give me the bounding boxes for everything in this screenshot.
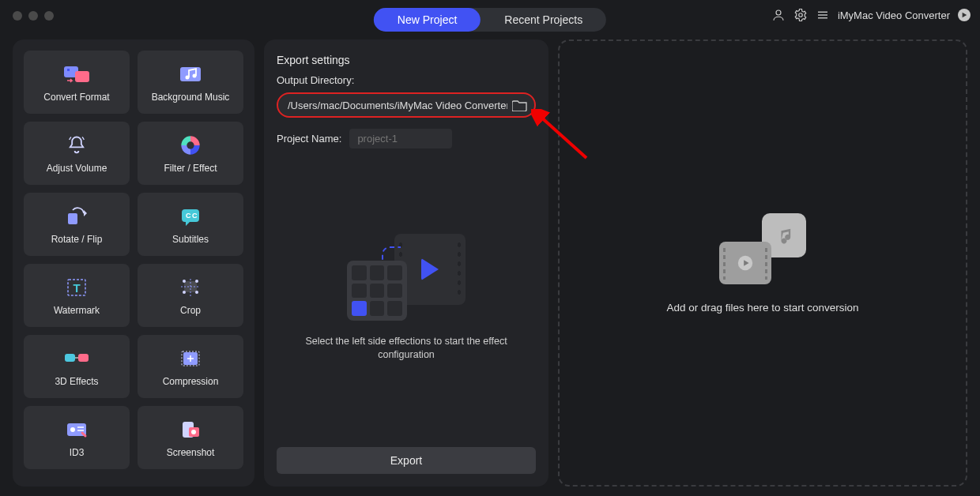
tile-label: Screenshot bbox=[167, 447, 215, 458]
compress-icon bbox=[179, 346, 202, 371]
tab-new-project[interactable]: New Project bbox=[374, 8, 481, 32]
svg-point-38 bbox=[191, 430, 196, 434]
bell-icon bbox=[66, 133, 88, 158]
music-note-icon bbox=[177, 62, 204, 87]
tile-watermark[interactable]: T Watermark bbox=[24, 264, 130, 327]
svg-point-13 bbox=[187, 141, 194, 148]
svg-point-0 bbox=[776, 10, 781, 15]
svg-point-22 bbox=[195, 280, 198, 283]
tile-3d-effects[interactable]: 3D Effects bbox=[24, 335, 130, 398]
project-name-label: Project Name: bbox=[277, 133, 341, 145]
brand-name: iMyMac Video Converter bbox=[838, 9, 950, 21]
screenshot-icon bbox=[179, 417, 202, 442]
subtitle-icon: CC bbox=[179, 204, 202, 229]
svg-point-1 bbox=[799, 13, 803, 17]
svg-rect-7 bbox=[67, 69, 70, 71]
svg-text:C: C bbox=[192, 212, 198, 220]
tile-adjust-volume[interactable]: Adjust Volume bbox=[24, 122, 130, 185]
tile-label: Background Music bbox=[152, 92, 230, 103]
svg-marker-5 bbox=[963, 13, 967, 17]
tile-label: 3D Effects bbox=[55, 376, 98, 387]
tile-rotate-flip[interactable]: Rotate / Flip bbox=[24, 193, 130, 256]
tile-convert-format[interactable]: Convert Format bbox=[24, 51, 130, 114]
tab-recent-projects[interactable]: Recent Projects bbox=[481, 8, 606, 32]
svg-rect-28 bbox=[78, 354, 89, 362]
tile-compression[interactable]: Compression bbox=[138, 335, 243, 398]
tile-filter-effect[interactable]: Filter / Effect bbox=[138, 122, 243, 185]
svg-rect-14 bbox=[68, 213, 77, 224]
tile-id3[interactable]: ID3 bbox=[24, 406, 130, 469]
output-directory-label: Output Directory: bbox=[277, 74, 536, 86]
tile-crop[interactable]: Crop bbox=[138, 264, 243, 327]
dropzone-message: Add or drag files here to start conversi… bbox=[666, 302, 858, 314]
id-tag-icon bbox=[65, 417, 89, 442]
svg-point-21 bbox=[183, 280, 186, 283]
aperture-icon bbox=[179, 133, 202, 158]
window-controls bbox=[13, 11, 54, 21]
effect-illustration-icon bbox=[347, 234, 466, 321]
close-window-icon[interactable] bbox=[13, 11, 22, 21]
tile-screenshot[interactable]: Screenshot bbox=[138, 406, 243, 469]
svg-point-23 bbox=[183, 291, 186, 294]
svg-marker-15 bbox=[84, 210, 87, 216]
main-content: Convert Format Background Music Adjust V… bbox=[13, 39, 967, 487]
output-directory-input[interactable] bbox=[288, 100, 507, 111]
rotate-icon bbox=[65, 204, 89, 229]
output-directory-field[interactable] bbox=[277, 92, 536, 118]
svg-text:T: T bbox=[73, 281, 80, 295]
effect-placeholder: Select the left side effections to start… bbox=[277, 148, 536, 447]
account-icon[interactable] bbox=[771, 8, 786, 22]
brand-play-icon bbox=[958, 9, 971, 21]
titlebar: New Project Recent Projects iMyMac Video… bbox=[0, 0, 980, 32]
svg-point-33 bbox=[70, 427, 75, 432]
export-settings-panel: Export settings Output Directory: Projec… bbox=[264, 39, 548, 487]
export-settings-title: Export settings bbox=[277, 54, 536, 66]
maximize-window-icon[interactable] bbox=[44, 11, 54, 21]
tile-label: ID3 bbox=[70, 447, 85, 458]
dropzone-illustration-icon bbox=[719, 213, 806, 284]
project-tabs: New Project Recent Projects bbox=[374, 8, 606, 32]
tile-background-music[interactable]: Background Music bbox=[138, 51, 243, 114]
titlebar-right: iMyMac Video Converter bbox=[771, 8, 971, 22]
browse-folder-icon[interactable] bbox=[512, 99, 528, 111]
tile-label: Watermark bbox=[54, 305, 100, 316]
file-dropzone[interactable]: Add or drag files here to start conversi… bbox=[558, 39, 967, 487]
glasses-icon bbox=[63, 346, 90, 371]
tile-label: Adjust Volume bbox=[47, 163, 107, 174]
tile-label: Rotate / Flip bbox=[51, 234, 103, 245]
effects-sidebar: Convert Format Background Music Adjust V… bbox=[13, 39, 254, 487]
tile-label: Compression bbox=[163, 376, 219, 387]
menu-icon[interactable] bbox=[816, 8, 830, 22]
convert-icon bbox=[62, 62, 91, 87]
minimize-window-icon[interactable] bbox=[28, 11, 38, 21]
effect-hint-text: Select the left side effections to start… bbox=[296, 335, 517, 362]
text-t-icon: T bbox=[66, 275, 88, 300]
tile-subtitles[interactable]: CC Subtitles bbox=[138, 193, 243, 256]
settings-icon[interactable] bbox=[793, 8, 808, 22]
svg-text:C: C bbox=[186, 212, 191, 220]
project-name-input[interactable] bbox=[349, 129, 452, 148]
tile-label: Convert Format bbox=[43, 92, 109, 103]
svg-rect-27 bbox=[65, 354, 75, 362]
export-button[interactable]: Export bbox=[277, 447, 536, 474]
svg-rect-8 bbox=[75, 71, 89, 82]
tile-label: Crop bbox=[180, 305, 201, 316]
tile-label: Filter / Effect bbox=[164, 163, 217, 174]
svg-point-24 bbox=[195, 291, 198, 294]
tile-label: Subtitles bbox=[172, 234, 209, 245]
crop-icon bbox=[179, 275, 202, 300]
